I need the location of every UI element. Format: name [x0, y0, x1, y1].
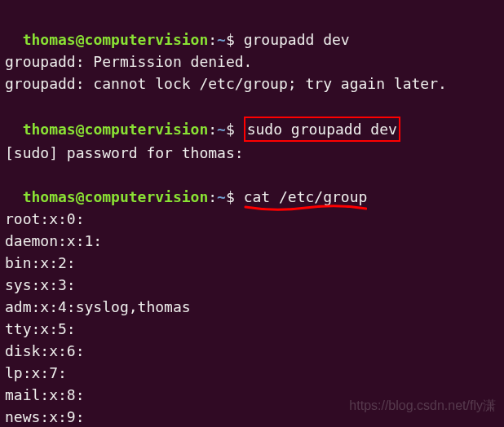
terminal-line: thomas@computervision:~$ sudo groupadd d… [5, 95, 499, 142]
terminal-output: sys:x:3: [5, 274, 499, 296]
terminal-output: lp:x:7: [5, 362, 499, 384]
prompt-user-host: thomas@computervision [23, 121, 209, 138]
prompt-path: ~ [217, 121, 226, 138]
prompt-path: ~ [217, 188, 226, 205]
command-text: groupadd dev [235, 31, 350, 48]
highlight-box: sudo groupadd dev [244, 117, 400, 142]
prompt-colon: : [208, 188, 217, 205]
watermark-text: https://blog.csdn.net/fly潇 [349, 396, 496, 416]
prompt-dollar: $ [226, 188, 235, 205]
prompt-user-host: thomas@computervision [23, 31, 209, 48]
command-text [235, 188, 244, 205]
terminal-output: daemon:x:1: [5, 230, 499, 252]
terminal-output: adm:x:4:syslog,thomas [5, 296, 499, 318]
prompt-colon: : [208, 121, 217, 138]
terminal-output: bin:x:2: [5, 252, 499, 274]
prompt-user-host: thomas@computervision [23, 188, 209, 205]
terminal-output: root:x:0: [5, 208, 499, 230]
terminal-line: thomas@computervision:~$ groupadd dev [5, 7, 499, 51]
terminal-output: tty:x:5: [5, 318, 499, 340]
command-text: cat /etc/group [244, 188, 368, 205]
command-text: sudo groupadd dev [247, 121, 397, 138]
highlight-underline: cat /etc/group [244, 186, 368, 208]
prompt-path: ~ [217, 31, 226, 48]
terminal-output: groupadd: cannot lock /etc/group; try ag… [5, 73, 499, 95]
terminal-output: groupadd: Permission denied. [5, 51, 499, 73]
prompt-dollar: $ [226, 31, 235, 48]
terminal-line: thomas@computervision:~$ cat /etc/group [5, 164, 499, 208]
terminal-output: [sudo] password for thomas: [5, 142, 499, 164]
terminal-output: disk:x:6: [5, 340, 499, 362]
prompt-dollar: $ [226, 121, 235, 138]
command-text [235, 121, 244, 138]
prompt-colon: : [208, 31, 217, 48]
